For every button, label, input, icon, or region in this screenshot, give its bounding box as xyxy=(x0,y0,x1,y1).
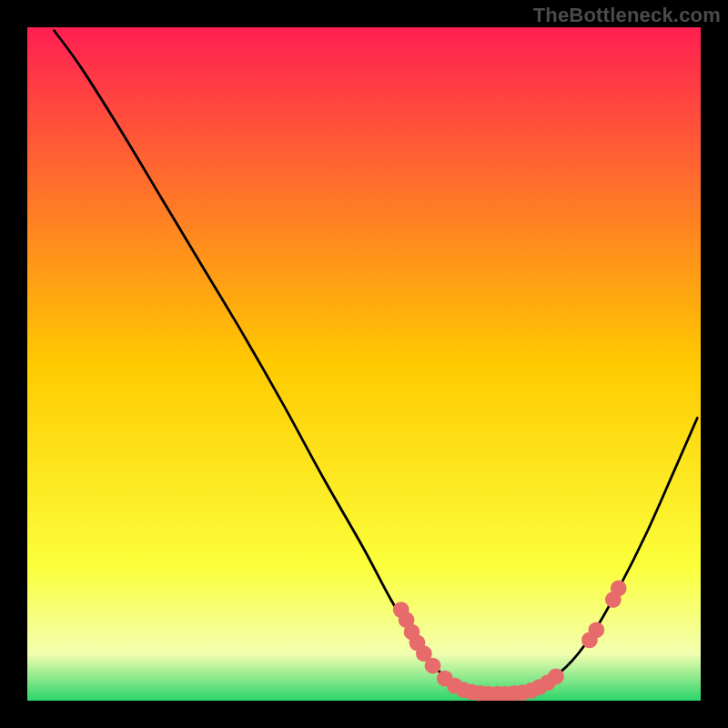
chart-svg xyxy=(27,27,701,701)
marker-dot xyxy=(548,668,564,684)
watermark-text: TheBottleneck.com xyxy=(533,4,721,27)
marker-dot xyxy=(588,622,604,638)
plot-area xyxy=(27,27,701,701)
marker-dot xyxy=(425,658,441,674)
chart-frame: TheBottleneck.com xyxy=(0,0,728,728)
gradient-background xyxy=(27,27,701,701)
marker-dot xyxy=(611,581,627,597)
